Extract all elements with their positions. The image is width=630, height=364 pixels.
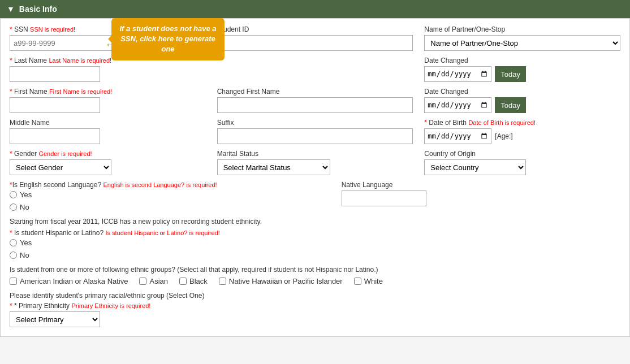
native-language-label: Native Language bbox=[342, 181, 426, 189]
policy-text: Starting from fiscal year 2011, ICCB has… bbox=[10, 218, 620, 226]
dob-error: Date of Birth is required! bbox=[468, 119, 536, 126]
primary-ethnicity-required-star: * bbox=[10, 302, 14, 310]
marital-status-label: Marital Status bbox=[217, 150, 413, 158]
last-name-input[interactable] bbox=[10, 66, 100, 82]
first-name-label: * First Name First Name is required! bbox=[10, 88, 206, 96]
dob-group: * Date of Birth Date of Birth is require… bbox=[424, 119, 620, 144]
date-changed-2-input[interactable] bbox=[424, 97, 491, 113]
english-second-lang-group: *Is English second Language? English is … bbox=[10, 181, 217, 213]
english-no-radio[interactable] bbox=[10, 203, 17, 211]
primary-ethnicity-select[interactable]: Select Primary bbox=[10, 311, 100, 327]
primary-ethnicity-label: * * Primary Ethnicity Primary Ethnicity … bbox=[10, 302, 620, 310]
country-of-origin-label: Country of Origin bbox=[424, 150, 620, 158]
student-id-group: Student ID bbox=[217, 25, 413, 51]
spacer-group bbox=[217, 57, 413, 82]
partner-name-group: Name of Partner/One-Stop Name of Partner… bbox=[424, 25, 620, 51]
partner-name-select[interactable]: Name of Partner/One-Stop bbox=[424, 35, 620, 51]
hispanic-group: * Is student Hispanic or Latino? Is stud… bbox=[10, 229, 620, 261]
gender-select[interactable]: Select Gender bbox=[10, 159, 111, 175]
middle-name-input[interactable] bbox=[10, 128, 100, 144]
student-id-label: Student ID bbox=[217, 25, 413, 33]
today-1-button[interactable]: Today bbox=[495, 66, 526, 82]
checkbox-asian-label[interactable]: Asian bbox=[139, 277, 168, 285]
changed-first-name-group: Changed First Name bbox=[217, 88, 413, 113]
english-yes-radio-label[interactable]: Yes bbox=[10, 190, 217, 199]
gender-required-star: * bbox=[10, 150, 12, 158]
ethnic-groups-checkbox-row: American Indian or Alaska Native Asian B… bbox=[10, 277, 620, 287]
dob-input[interactable] bbox=[424, 128, 491, 144]
checkbox-american-indian-label[interactable]: American Indian or Alaska Native bbox=[10, 277, 128, 285]
marital-status-group: Marital Status Select Marital Status bbox=[217, 150, 413, 175]
hispanic-required-star: * bbox=[10, 229, 14, 237]
middle-name-label: Middle Name bbox=[10, 119, 206, 127]
dob-label: * Date of Birth Date of Birth is require… bbox=[424, 119, 620, 127]
section-header: ▼ Basic Info bbox=[0, 0, 630, 18]
hispanic-error: Is student Hispanic or Latino? is requir… bbox=[105, 229, 219, 236]
checkbox-asian[interactable] bbox=[139, 278, 146, 285]
country-select[interactable]: Select Country bbox=[424, 159, 526, 175]
english-no-radio-label[interactable]: No bbox=[10, 203, 217, 211]
last-name-group: * Last Name Last Name is required! bbox=[10, 57, 206, 82]
hispanic-label: * Is student Hispanic or Latino? Is stud… bbox=[10, 229, 620, 237]
student-id-input[interactable] bbox=[217, 35, 413, 51]
date-changed-2-row: Today bbox=[424, 97, 620, 113]
ssn-error: SSN is required! bbox=[30, 26, 75, 33]
gender-label: * Gender Gender is required! bbox=[10, 150, 206, 158]
native-language-group: Native Language bbox=[342, 181, 426, 206]
dob-row: [Age:] bbox=[424, 128, 620, 144]
checkbox-white[interactable] bbox=[354, 278, 361, 285]
checkbox-native-hawaiian[interactable] bbox=[219, 278, 226, 285]
partner-name-label: Name of Partner/One-Stop bbox=[424, 25, 620, 33]
ethnic-groups-label: Is student from one or more of following… bbox=[10, 266, 620, 274]
hispanic-yes-radio[interactable] bbox=[10, 239, 17, 246]
dob-required-star: * bbox=[424, 119, 427, 127]
date-changed-1-input[interactable] bbox=[424, 66, 491, 82]
section-body: * SSN SSN is required! Generate ← If a s… bbox=[0, 18, 630, 337]
checkbox-black[interactable] bbox=[179, 278, 187, 285]
native-language-input[interactable] bbox=[342, 190, 426, 206]
chevron-icon: ▼ bbox=[7, 5, 15, 14]
hispanic-no-radio[interactable] bbox=[10, 252, 17, 259]
date-changed-1-row: Today bbox=[424, 66, 620, 82]
primary-ethnicity-error: Primary Ethnicity is required! bbox=[71, 302, 150, 309]
suffix-group: Suffix bbox=[217, 119, 413, 144]
first-name-group: * First Name First Name is required! bbox=[10, 88, 206, 113]
last-name-error: Last Name is required! bbox=[49, 57, 111, 64]
suffix-label: Suffix bbox=[217, 119, 413, 127]
changed-first-name-label: Changed First Name bbox=[217, 88, 413, 96]
checkbox-black-label[interactable]: Black bbox=[179, 277, 208, 285]
tooltip-arrow: ← bbox=[105, 37, 117, 52]
section-title: Basic Info bbox=[19, 5, 57, 14]
checkbox-white-label[interactable]: White bbox=[354, 277, 383, 285]
first-name-input[interactable] bbox=[10, 97, 100, 113]
ssn-group: * SSN SSN is required! Generate ← If a s… bbox=[10, 25, 206, 51]
checkbox-american-indian[interactable] bbox=[10, 278, 17, 285]
basic-info-section: ▼ Basic Info * SSN SSN is required! Gene… bbox=[0, 0, 630, 337]
age-label: [Age:] bbox=[495, 132, 512, 140]
gender-group: * Gender Gender is required! Select Gend… bbox=[10, 150, 206, 175]
tooltip-bubble: If a student does not have a SSN, click … bbox=[111, 18, 225, 60]
ssn-row: Generate ← If a student does not have a … bbox=[10, 35, 206, 51]
last-name-required-star: * bbox=[10, 57, 12, 64]
ssn-required-star: * bbox=[10, 25, 12, 33]
checkbox-native-hawaiian-label[interactable]: Native Hawaiian or Pacific Islander bbox=[219, 277, 343, 285]
marital-status-select[interactable]: Select Marital Status bbox=[217, 159, 330, 175]
first-name-error: First Name is required! bbox=[49, 88, 112, 95]
today-2-button[interactable]: Today bbox=[495, 97, 526, 113]
country-of-origin-group: Country of Origin Select Country bbox=[424, 150, 620, 175]
hispanic-no-radio-label[interactable]: No bbox=[10, 251, 620, 259]
gender-error: Gender is required! bbox=[38, 150, 92, 157]
changed-first-name-input[interactable] bbox=[217, 97, 413, 113]
english-yes-radio[interactable] bbox=[10, 191, 17, 198]
hispanic-yes-radio-label[interactable]: Yes bbox=[10, 239, 620, 247]
date-changed-2-group: Date Changed Today bbox=[424, 88, 620, 113]
form-grid: * SSN SSN is required! Generate ← If a s… bbox=[10, 25, 620, 181]
english-second-lang-label: *Is English second Language? English is … bbox=[10, 181, 217, 189]
english-second-lang-radio-group: Yes No bbox=[10, 190, 217, 213]
date-changed-1-label: Date Changed bbox=[424, 57, 620, 64]
suffix-input[interactable] bbox=[217, 128, 413, 144]
english-second-lang-error: English is second Language? is required! bbox=[103, 181, 217, 188]
first-name-required-star: * bbox=[10, 88, 12, 96]
primary-ethnicity-instruction: Please identify student's primary racial… bbox=[10, 292, 620, 300]
date-changed-2-label: Date Changed bbox=[424, 88, 620, 96]
